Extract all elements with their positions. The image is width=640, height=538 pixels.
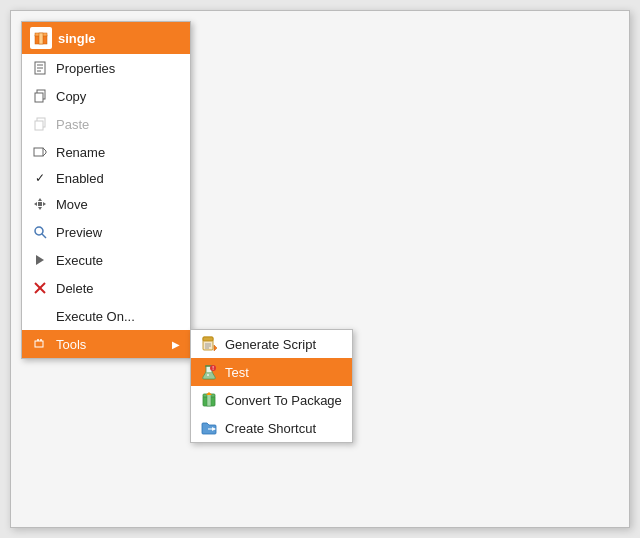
copy-label: Copy — [56, 89, 180, 104]
tools-icon — [30, 334, 50, 354]
menu-item-execute[interactable]: Execute — [22, 246, 190, 274]
generate-script-icon — [199, 334, 219, 354]
menu-item-move[interactable]: Move — [22, 190, 190, 218]
svg-rect-40 — [207, 394, 211, 406]
tools-submenu: Generate Script ! — [190, 329, 353, 443]
tools-label: Tools — [56, 337, 162, 352]
create-shortcut-label: Create Shortcut — [225, 421, 342, 436]
svg-marker-41 — [206, 392, 212, 395]
menu-item-paste[interactable]: Paste — [22, 110, 190, 138]
svg-rect-19 — [38, 202, 42, 206]
package-icon — [33, 30, 49, 46]
test-icon: ! — [199, 362, 219, 382]
svg-marker-15 — [38, 198, 42, 201]
test-label: Test — [225, 365, 342, 380]
svg-marker-33 — [214, 345, 217, 351]
create-shortcut-icon — [199, 418, 219, 438]
submenu-item-create-shortcut[interactable]: Create Shortcut — [191, 414, 352, 442]
rename-label: Rename — [56, 145, 180, 160]
menu-item-tools[interactable]: Tools ▶ Gener — [22, 330, 190, 358]
svg-rect-2 — [39, 33, 43, 44]
svg-rect-29 — [203, 337, 213, 341]
menu-item-preview[interactable]: Preview — [22, 218, 190, 246]
svg-rect-11 — [34, 148, 43, 156]
menu-item-copy[interactable]: Copy — [22, 82, 190, 110]
header-icon — [30, 27, 52, 49]
submenu-item-generate-script[interactable]: Generate Script — [191, 330, 352, 358]
tools-arrow: ▶ — [172, 339, 180, 350]
svg-marker-22 — [36, 255, 44, 265]
execute-label: Execute — [56, 253, 180, 268]
svg-rect-25 — [35, 341, 43, 347]
delete-label: Delete — [56, 281, 180, 296]
menu-item-properties[interactable]: Properties — [22, 54, 190, 82]
menu-item-enabled[interactable]: ✓ Enabled — [22, 166, 190, 190]
delete-icon — [30, 278, 50, 298]
move-label: Move — [56, 197, 180, 212]
enabled-label: Enabled — [56, 171, 180, 186]
copy-icon — [30, 86, 50, 106]
svg-point-20 — [35, 227, 43, 235]
svg-marker-16 — [38, 207, 42, 210]
rename-icon — [30, 142, 50, 162]
svg-rect-8 — [35, 93, 43, 102]
header-title: single — [58, 31, 96, 46]
submenu-item-test[interactable]: ! Test — [191, 358, 352, 386]
convert-to-package-label: Convert To Package — [225, 393, 342, 408]
context-menu: single Properties Copy — [21, 21, 191, 359]
svg-rect-10 — [35, 121, 43, 130]
submenu-item-convert-to-package[interactable]: Convert To Package — [191, 386, 352, 414]
execute-icon — [30, 250, 50, 270]
menu-item-execute-on[interactable]: Execute On... — [22, 302, 190, 330]
paste-label: Paste — [56, 117, 180, 132]
main-window: single Properties Copy — [10, 10, 630, 528]
properties-icon — [30, 58, 50, 78]
svg-marker-17 — [34, 202, 37, 206]
menu-item-delete[interactable]: Delete — [22, 274, 190, 302]
enabled-check: ✓ — [30, 171, 50, 185]
generate-script-label: Generate Script — [225, 337, 342, 352]
preview-label: Preview — [56, 225, 180, 240]
move-icon — [30, 194, 50, 214]
context-menu-header: single — [22, 22, 190, 54]
execute-on-icon — [30, 306, 50, 326]
paste-icon — [30, 114, 50, 134]
properties-label: Properties — [56, 61, 180, 76]
convert-to-package-icon — [199, 390, 219, 410]
svg-point-35 — [207, 374, 209, 376]
preview-icon — [30, 222, 50, 242]
menu-item-rename[interactable]: Rename — [22, 138, 190, 166]
svg-line-21 — [42, 234, 46, 238]
execute-on-label: Execute On... — [56, 309, 180, 324]
svg-marker-18 — [43, 202, 46, 206]
